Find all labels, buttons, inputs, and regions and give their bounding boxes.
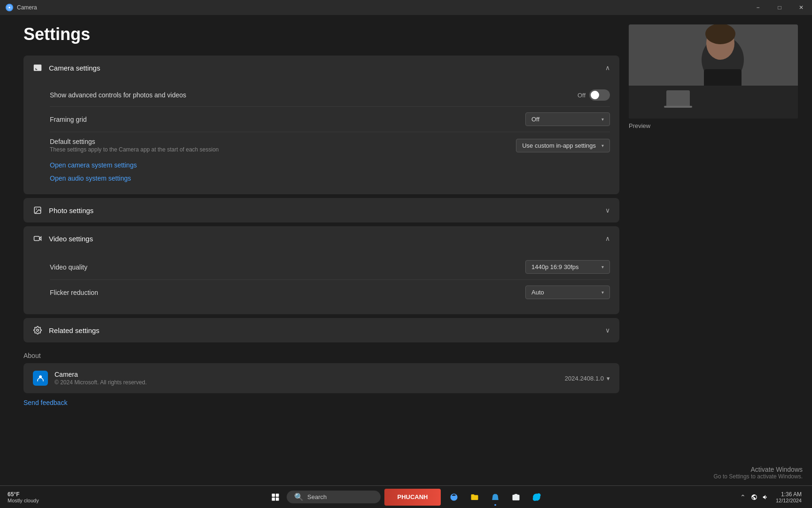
search-icon: 🔍 <box>294 492 304 501</box>
system-tray: ⌃ <box>738 492 770 502</box>
clock[interactable]: 1:36 AM 12/12/2024 <box>773 489 804 505</box>
photo-settings-title: Photo settings <box>49 206 94 214</box>
camera-settings-title: Camera settings <box>49 64 100 72</box>
default-settings-label: Default settings <box>50 138 219 145</box>
camera-settings-chevron: ∧ <box>605 64 610 71</box>
default-settings-chevron-icon: ▾ <box>601 143 604 148</box>
tray-volume[interactable] <box>761 492 770 502</box>
weather-widget[interactable]: 65°F Mostly cloudy <box>8 491 39 503</box>
related-settings-chevron: ∨ <box>605 326 610 334</box>
toggle-thumb <box>591 91 599 99</box>
camera-settings-header[interactable]: Camera settings ∧ <box>23 56 619 80</box>
video-settings-section: Video settings ∧ Video quality 1440p 16:… <box>23 226 619 314</box>
clock-date: 12/12/2024 <box>776 498 802 503</box>
toggle-wrapper: Off <box>578 89 610 101</box>
video-settings-header[interactable]: Video settings ∧ <box>23 226 619 251</box>
flicker-reduction-value: Auto <box>531 289 544 296</box>
related-section-header-left: Related settings <box>33 325 100 335</box>
logo-watermark: PHUCANH <box>384 489 441 506</box>
maximize-button[interactable]: □ <box>769 0 790 15</box>
svg-rect-18 <box>272 497 275 500</box>
video-quality-label: Video quality <box>50 263 87 271</box>
page-title: Settings <box>23 24 619 44</box>
related-settings-header[interactable]: Related settings ∨ <box>23 318 619 342</box>
svg-point-11 <box>705 24 735 44</box>
about-title: About <box>23 352 619 359</box>
audio-system-settings-link[interactable]: Open audio system settings <box>50 172 610 185</box>
default-settings-info: Default settings These settings apply to… <box>50 138 219 153</box>
photo-settings-section: Photo settings ∨ <box>23 198 619 222</box>
video-section-header-left: Video settings <box>33 234 93 243</box>
framing-grid-value: Off <box>531 116 539 123</box>
taskbar-app-edge[interactable] <box>445 488 463 507</box>
taskbar-center: 🔍 Search PHUCANH <box>266 488 546 507</box>
svg-rect-16 <box>272 493 275 497</box>
video-quality-chevron-icon: ▾ <box>601 264 604 270</box>
send-feedback-link[interactable]: Send feedback <box>23 399 67 406</box>
advanced-controls-label: Show advanced controls for photos and vi… <box>50 91 186 99</box>
camera-settings-section: Camera settings ∧ Show advanced controls… <box>23 56 619 194</box>
default-settings-row: Default settings These settings apply to… <box>50 132 610 159</box>
start-button[interactable] <box>266 488 285 507</box>
activate-windows-title: Activate Windows <box>714 466 803 473</box>
weather-temp: 65°F <box>8 491 39 498</box>
title-bar: Camera − □ ✕ <box>0 0 812 15</box>
about-app-name: Camera <box>55 371 147 378</box>
about-app-icon <box>33 371 48 386</box>
photo-settings-header[interactable]: Photo settings ∨ <box>23 198 619 222</box>
activate-windows: Activate Windows Go to Settings to activ… <box>714 466 803 480</box>
framing-grid-dropdown[interactable]: Off ▾ <box>525 112 610 126</box>
default-settings-dropdown[interactable]: Use custom in-app settings ▾ <box>516 139 610 152</box>
svg-rect-13 <box>629 86 798 119</box>
video-settings-icon <box>33 234 42 243</box>
taskbar-app-explorer[interactable] <box>465 488 484 507</box>
minimize-button[interactable]: − <box>747 0 769 15</box>
taskbar-right: ⌃ 1:36 AM 12/12/2024 <box>738 489 804 505</box>
framing-grid-chevron-icon: ▾ <box>601 117 604 122</box>
video-settings-chevron: ∧ <box>605 235 610 242</box>
taskbar-left: 65°F Mostly cloudy <box>8 491 43 503</box>
flicker-reduction-chevron-icon: ▾ <box>601 290 604 295</box>
camera-preview-image <box>629 24 798 119</box>
flicker-reduction-label: Flicker reduction <box>50 289 98 296</box>
video-settings-body: Video quality 1440p 16:9 30fps ▾ Flicker… <box>23 251 619 314</box>
title-bar-text: Camera <box>17 4 37 11</box>
about-version-text: 2024.2408.1.0 <box>565 375 604 382</box>
framing-grid-row: Framing grid Off ▾ <box>50 106 610 132</box>
logo-text: PHUCANH <box>398 493 428 500</box>
about-version[interactable]: 2024.2408.1.0 ▾ <box>565 375 610 382</box>
photo-settings-icon <box>33 206 42 215</box>
weather-condition: Mostly cloudy <box>8 498 39 503</box>
video-settings-title: Video settings <box>49 235 93 243</box>
camera-settings-body: Show advanced controls for photos and vi… <box>23 80 619 194</box>
svg-rect-3 <box>34 237 39 241</box>
video-quality-value: 1440p 16:9 30fps <box>531 263 578 270</box>
flicker-reduction-row: Flicker reduction Auto ▾ <box>50 279 610 305</box>
svg-rect-15 <box>664 106 692 108</box>
preview-label: Preview <box>629 122 798 129</box>
flicker-reduction-dropdown[interactable]: Auto ▾ <box>525 286 610 299</box>
activate-windows-subtitle: Go to Settings to activate Windows. <box>714 473 803 480</box>
photo-section-header-left: Photo settings <box>33 206 94 215</box>
default-settings-sublabel: These settings apply to the Camera app a… <box>50 146 219 153</box>
taskbar-app-store[interactable] <box>486 488 505 507</box>
about-version-chevron: ▾ <box>607 375 610 382</box>
related-settings-title: Related settings <box>49 326 100 334</box>
video-quality-dropdown[interactable]: 1440p 16:9 30fps ▾ <box>525 260 610 274</box>
taskbar-search[interactable]: 🔍 Search <box>287 491 381 503</box>
about-info: Camera © 2024 Microsoft. All rights rese… <box>33 371 147 386</box>
taskbar-app-camera[interactable] <box>507 488 525 507</box>
about-copyright: © 2024 Microsoft. All rights reserved. <box>55 379 147 386</box>
advanced-controls-toggle[interactable] <box>589 89 610 101</box>
tray-network[interactable] <box>750 492 759 502</box>
taskbar-app-skype[interactable] <box>527 488 546 507</box>
svg-rect-19 <box>276 497 279 500</box>
close-button[interactable]: ✕ <box>790 0 812 15</box>
tray-arrow[interactable]: ⌃ <box>738 492 748 502</box>
camera-system-settings-link[interactable]: Open camera system settings <box>50 159 610 172</box>
taskbar: 65°F Mostly cloudy 🔍 Search PHUCANH <box>0 485 812 508</box>
settings-panel: Settings Camera settings ∧ Show advanced <box>23 24 619 476</box>
svg-rect-17 <box>276 493 279 497</box>
advanced-controls-row: Show advanced controls for photos and vi… <box>50 84 610 106</box>
svg-point-2 <box>36 208 37 209</box>
